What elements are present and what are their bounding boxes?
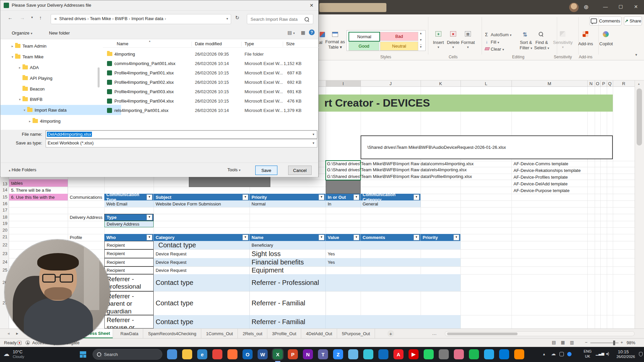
style-good[interactable]: Good (348, 42, 379, 51)
clock-date[interactable]: 26/02/2026 (616, 355, 635, 359)
format-button[interactable]: Format (460, 40, 476, 45)
profile-cell-who[interactable]: Recipient (104, 249, 154, 258)
profile-cell-category[interactable]: Contact type (154, 291, 250, 315)
globe-icon[interactable]: ⊕ (584, 3, 589, 11)
row-header[interactable]: 14 (3, 187, 7, 192)
filter-icon[interactable]: ▾ (243, 194, 248, 200)
filter-icon[interactable]: ▾ (414, 194, 419, 200)
row-header[interactable]: 13 (3, 181, 7, 186)
file-name-input[interactable]: DelAdd4Importing.xlsx ▾ (46, 130, 317, 139)
filter-icon[interactable]: ▾ (319, 194, 324, 200)
fill-button[interactable]: Fill ▾ (491, 40, 499, 45)
search-input[interactable] (250, 15, 305, 23)
hide-folders-button[interactable]: ▴ Hide Folders (9, 167, 36, 172)
taskbar-icon-task-view[interactable] (167, 349, 177, 359)
row-header[interactable]: 25 (3, 267, 7, 273)
file-row[interactable]: 4Importing 26/02/2026 09:35 File folder (103, 49, 319, 59)
delivery-value-cell[interactable]: Delivery Address (104, 221, 154, 227)
filter-icon[interactable]: ▾ (354, 235, 359, 240)
taskbar-search[interactable]: Search (93, 349, 162, 360)
maximize-icon[interactable]: ▢ (619, 4, 623, 9)
macro-record-icon[interactable] (17, 341, 21, 345)
profile-cell-category[interactable]: Contact type (154, 241, 250, 249)
filter-icon[interactable]: ▾ (354, 194, 359, 200)
file-row[interactable]: rels4Importing_Part001.xlsx 26/02/2026 1… (103, 106, 319, 115)
comms-header-priority[interactable]: Priority▾ (250, 194, 326, 200)
source-file-box[interactable]: \Shared drives\Team Mike\BWFB\AudioDevic… (361, 135, 613, 159)
comms-cell[interactable]: Website Device Form Submission (154, 200, 250, 207)
col-header-L[interactable]: L (461, 80, 512, 86)
profile-header-value[interactable]: Value▾ (326, 234, 361, 241)
sheet-tab[interactable]: SpamRecords4Checking (143, 329, 201, 339)
tray-app-icon[interactable] (559, 352, 564, 356)
delivery-header-type[interactable]: Type▾ (104, 214, 154, 221)
gallery-down-icon[interactable]: ▾ (420, 38, 422, 42)
add-ins-button[interactable]: Add-ins (576, 41, 595, 46)
avatar[interactable] (569, 3, 579, 12)
zoom-slider[interactable] (590, 343, 619, 343)
col-header-Q[interactable]: Q (607, 80, 613, 86)
col-header-O[interactable]: O (595, 80, 601, 86)
scrollbar-thumb[interactable] (447, 333, 518, 335)
profile-cell-value[interactable]: Yes (326, 249, 361, 258)
sheet-tab[interactable]: 3Profile_Out (267, 329, 301, 339)
file-row[interactable]: comms4Importing_Part001.xlsx 26/02/2026 … (103, 59, 319, 68)
zoom-level[interactable]: 98% (627, 340, 635, 345)
up-button[interactable]: ↑ (39, 15, 42, 20)
profile-cell-name[interactable]: Sight loss (250, 249, 326, 258)
back-button[interactable]: ← (8, 15, 13, 20)
template-cell[interactable]: AF-Device-DelAdd template (514, 181, 568, 186)
conditional-formatting-icon[interactable] (320, 32, 325, 37)
note-cell[interactable]: tables (9, 179, 68, 187)
view-break-icon[interactable]: ▥ (570, 340, 574, 345)
taskbar-icon-zoom[interactable]: Z (333, 349, 343, 359)
weather-condition[interactable]: Cloudy (13, 355, 24, 359)
horizontal-scrollbar[interactable] (445, 331, 635, 336)
sheet-tab[interactable]: 5Purpose_Out (337, 329, 375, 339)
taskbar-icon-notepad[interactable] (348, 349, 358, 359)
profile-header-priority[interactable]: Priority▾ (421, 234, 461, 241)
row-header[interactable]: 17 (3, 207, 7, 213)
save-type-dropdown-icon[interactable]: ▾ (313, 141, 314, 145)
add-sheet-button[interactable]: + (387, 330, 394, 337)
organize-button[interactable]: Organize ▾ (12, 31, 32, 36)
filter-icon[interactable]: ▾ (319, 235, 324, 240)
taskbar-icon-word[interactable]: W (258, 349, 268, 359)
profile-cell-who[interactable]: Referrer - professional (104, 274, 154, 291)
profile-cell-who[interactable]: Recipient (104, 258, 154, 266)
new-folder-button[interactable]: New folder (49, 31, 70, 36)
profile-cell-value[interactable]: Yes (326, 258, 361, 266)
taskbar-icon-youtube[interactable]: ▶ (409, 349, 419, 359)
file-name-dropdown-icon[interactable]: ▾ (313, 132, 314, 136)
col-header-N[interactable]: N (587, 80, 595, 86)
close-window-icon[interactable]: ✕ (634, 4, 638, 9)
breadcrumb-item[interactable]: Shared drives (59, 16, 86, 21)
tools-button[interactable]: Tools ▾ (227, 167, 240, 172)
col-header-R[interactable]: R (613, 80, 635, 86)
view-normal-icon[interactable]: ▤ (552, 340, 556, 345)
style-normal[interactable]: Normal (348, 32, 380, 42)
sheet-tab[interactable]: RawData (116, 329, 143, 339)
comms-header-type[interactable]: Communication Type▾ (104, 194, 154, 200)
row-header[interactable]: 20 (3, 228, 7, 233)
comms-cell[interactable]: In (326, 200, 361, 207)
row-header[interactable]: 16 (3, 201, 7, 206)
row-header[interactable]: 24 (3, 259, 7, 264)
col-header-P[interactable]: P (600, 80, 607, 86)
profile-cell-name[interactable]: Referrer - Familial (250, 315, 326, 328)
note-cell[interactable]: 5. There will be a file (9, 187, 68, 194)
profile-header-category[interactable]: Category▾ (154, 234, 250, 241)
profile-cell-who[interactable]: Recipient (104, 241, 154, 249)
dialog-search-box[interactable] (247, 14, 313, 24)
row-header[interactable]: 21 (3, 234, 7, 239)
tree-item-4importing[interactable]: ▸4Importing (0, 116, 126, 126)
vertical-scrollbar[interactable]: ▴ (635, 80, 644, 328)
tab-options-icon[interactable]: … (432, 330, 437, 336)
ribbon-collapse-icon[interactable]: ▾ (635, 53, 637, 57)
taskbar-icon-camera[interactable] (439, 349, 449, 359)
autosum-button[interactable]: AutoSum ▾ (491, 32, 512, 37)
taskbar-icon-excel[interactable]: X (273, 349, 283, 359)
breadcrumb-dropdown-icon[interactable]: ▾ (226, 17, 228, 20)
breadcrumb-item[interactable]: Import Raw data (131, 16, 163, 21)
sheet-tab[interactable]: 4DelAdd_Out (301, 329, 337, 339)
